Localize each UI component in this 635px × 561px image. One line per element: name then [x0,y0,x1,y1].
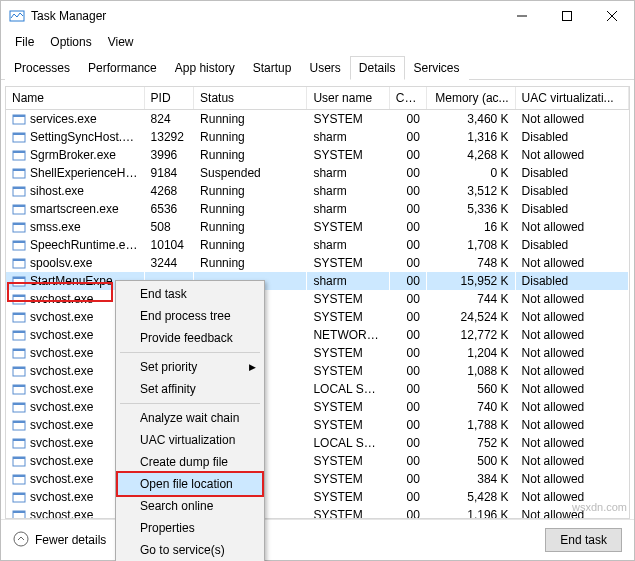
ctx-go-to-services[interactable]: Go to service(s) [118,539,262,561]
table-row[interactable]: svchost.exeSYSTEM0024,524 KNot allowed [6,308,629,326]
process-uac: Not allowed [515,308,628,326]
process-user: SYSTEM [307,398,389,416]
menu-view[interactable]: View [102,33,140,51]
table-row[interactable]: svchost.exeSYSTEM00744 KNot allowed [6,290,629,308]
table-row[interactable]: spoolsv.exe3244RunningSYSTEM00748 KNot a… [6,254,629,272]
process-user: SYSTEM [307,344,389,362]
svg-rect-32 [13,349,25,351]
col-name[interactable]: Name [6,87,144,110]
minimize-button[interactable] [499,1,544,31]
menu-options[interactable]: Options [44,33,97,51]
close-button[interactable] [589,1,634,31]
process-icon [12,310,26,324]
tab-strip: Processes Performance App history Startu… [1,55,634,80]
table-row[interactable]: svchost.exeSYSTEM001,204 KNot allowed [6,344,629,362]
process-name: svchost.exe [30,418,93,432]
process-name: svchost.exe [30,292,93,306]
process-pid: 824 [144,110,193,128]
details-table: Name PID Status User name CPU Memory (ac… [5,86,630,519]
col-pid[interactable]: PID [144,87,193,110]
tab-app-history[interactable]: App history [166,56,244,80]
process-memory: 0 K [426,164,515,182]
process-memory: 384 K [426,470,515,488]
tab-services[interactable]: Services [405,56,469,80]
table-row[interactable]: SettingSyncHost.exe13292Runningsharm001,… [6,128,629,146]
fewer-details-toggle[interactable]: Fewer details [13,531,106,550]
end-task-button[interactable]: End task [545,528,622,552]
col-cpu[interactable]: CPU [389,87,426,110]
process-uac: Not allowed [515,506,628,520]
process-icon [12,202,26,216]
process-name: svchost.exe [30,364,93,378]
process-user: sharm [307,200,389,218]
column-headers: Name PID Status User name CPU Memory (ac… [6,87,629,110]
menu-file[interactable]: File [9,33,40,51]
ctx-dump[interactable]: Create dump file [118,451,262,473]
table-row[interactable]: ShellExperienceHost....9184Suspendedshar… [6,164,629,182]
col-uac[interactable]: UAC virtualizati... [515,87,628,110]
table-row[interactable]: SpeechRuntime.exe10104Runningsharm001,70… [6,236,629,254]
table-row[interactable]: sihost.exe4268Runningsharm003,512 KDisab… [6,182,629,200]
process-uac: Not allowed [515,146,628,164]
process-memory: 752 K [426,434,515,452]
process-uac: Not allowed [515,398,628,416]
process-cpu: 00 [389,146,426,164]
process-name: smss.exe [30,220,81,234]
table-row[interactable]: svchost.exeSYSTEM005,428 KNot allowed [6,488,629,506]
process-memory: 560 K [426,380,515,398]
col-status[interactable]: Status [194,87,307,110]
process-name: ShellExperienceHost.... [30,166,144,180]
table-row[interactable]: services.exe824RunningSYSTEM003,460 KNot… [6,110,629,128]
ctx-sep [120,352,260,353]
ctx-set-priority[interactable]: Set priority▶ [118,356,262,378]
process-status: Running [194,218,307,236]
ctx-properties[interactable]: Properties [118,517,262,539]
table-row[interactable]: svchost.exeSYSTEM00500 KNot allowed [6,452,629,470]
maximize-button[interactable] [544,1,589,31]
ctx-uac[interactable]: UAC virtualization [118,429,262,451]
process-cpu: 00 [389,362,426,380]
tab-processes[interactable]: Processes [5,56,79,80]
table-row[interactable]: smss.exe508RunningSYSTEM0016 KNot allowe… [6,218,629,236]
ctx-analyze[interactable]: Analyze wait chain [118,407,262,429]
process-icon [12,328,26,342]
process-icon [12,490,26,504]
process-cpu: 00 [389,200,426,218]
col-user[interactable]: User name [307,87,389,110]
ctx-set-affinity[interactable]: Set affinity [118,378,262,400]
ctx-search[interactable]: Search online [118,495,262,517]
table-row[interactable]: svchost.exeSYSTEM001,088 KNot allowed [6,362,629,380]
table-row[interactable]: svchost.exeSYSTEM00740 KNot allowed [6,398,629,416]
process-uac: Disabled [515,182,628,200]
tab-details[interactable]: Details [350,56,405,80]
process-uac: Not allowed [515,452,628,470]
table-row[interactable]: StartMenuExpesharm0015,952 KDisabled [6,272,629,290]
process-pid: 10104 [144,236,193,254]
table-row[interactable]: svchost.exeSYSTEM001,196 KNot allowed [6,506,629,520]
table-row[interactable]: smartscreen.exe6536Runningsharm005,336 K… [6,200,629,218]
svg-rect-10 [13,151,25,153]
process-name: svchost.exe [30,472,93,486]
chevron-right-icon: ▶ [249,362,256,372]
table-row[interactable]: svchost.exeSYSTEM001,788 KNot allowed [6,416,629,434]
process-user: sharm [307,128,389,146]
ctx-open-file-location[interactable]: Open file location [118,473,262,495]
col-memory[interactable]: Memory (ac... [426,87,515,110]
tab-users[interactable]: Users [300,56,349,80]
ctx-end-tree[interactable]: End process tree [118,305,262,327]
process-icon [12,454,26,468]
ctx-feedback[interactable]: Provide feedback [118,327,262,349]
process-memory: 3,512 K [426,182,515,200]
chevron-up-icon [13,531,29,550]
table-row[interactable]: SgrmBroker.exe3996RunningSYSTEM004,268 K… [6,146,629,164]
process-user: LOCAL SER... [307,380,389,398]
ctx-end-task[interactable]: End task [118,283,262,305]
tab-startup[interactable]: Startup [244,56,301,80]
table-row[interactable]: svchost.exeSYSTEM00384 KNot allowed [6,470,629,488]
process-uac: Not allowed [515,254,628,272]
table-row[interactable]: svchost.exeLOCAL SER...00752 KNot allowe… [6,434,629,452]
table-row[interactable]: svchost.exeLOCAL SER...00560 KNot allowe… [6,380,629,398]
tab-performance[interactable]: Performance [79,56,166,80]
process-user: SYSTEM [307,488,389,506]
table-row[interactable]: svchost.exeNETWORK ...0012,772 KNot allo… [6,326,629,344]
